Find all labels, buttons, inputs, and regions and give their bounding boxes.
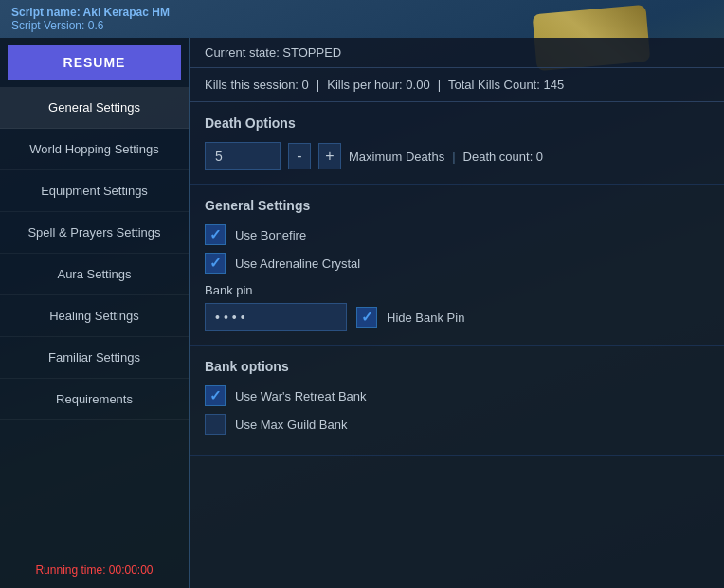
use-wars-retreat-label: Use War's Retreat Bank	[235, 389, 367, 403]
hide-pin-checkbox[interactable]	[356, 307, 377, 328]
current-state: Current state: STOPPED	[205, 45, 341, 60]
general-settings-title: General Settings	[205, 198, 709, 213]
use-wars-retreat-checkbox[interactable]	[205, 385, 226, 406]
use-adrenaline-crystal-checkbox[interactable]	[205, 253, 226, 274]
use-wars-retreat-row: Use War's Retreat Bank	[205, 385, 709, 406]
death-separator: |	[452, 150, 455, 164]
death-count-display: Death count: 0	[463, 150, 544, 164]
sidebar-item-equipment-settings[interactable]: Equipment Settings	[0, 170, 189, 212]
death-options-title: Death Options	[205, 116, 709, 131]
script-version: Script Version: 0.6	[11, 19, 170, 32]
sidebar-item-general-settings[interactable]: General Settings	[0, 87, 189, 129]
hide-pin-label: Hide Bank Pin	[387, 311, 464, 325]
stats-bar: Kills this session: 0 | Kills per hour: …	[190, 68, 724, 102]
sidebar-item-requirements[interactable]: Requirements	[0, 379, 189, 420]
use-bonefire-checkbox[interactable]	[205, 224, 226, 245]
script-name: Script name: Aki Kerapac HM	[11, 6, 170, 19]
sidebar-item-healing-settings[interactable]: Healing Settings	[0, 295, 189, 337]
content-area: Current state: STOPPED Kills this sessio…	[190, 38, 724, 588]
sidebar-item-aura-settings[interactable]: Aura Settings	[0, 254, 189, 295]
script-info: Script name: Aki Kerapac HM Script Versi…	[11, 6, 170, 32]
use-adrenaline-crystal-row: Use Adrenaline Crystal	[205, 253, 709, 274]
general-settings-section: General Settings Use Bonefire Use Adrena…	[190, 185, 724, 346]
total-kills: Total Kills Count: 145	[448, 78, 564, 92]
running-time: Running time: 00:00:00	[0, 552, 189, 588]
stats-sep2: |	[438, 78, 441, 92]
sidebar: RESUME General Settings World Hopping Se…	[0, 38, 190, 588]
max-deaths-label: Maximum Deaths	[349, 150, 444, 164]
stats-sep1: |	[317, 78, 319, 92]
increase-deaths-button[interactable]: +	[318, 143, 341, 169]
sidebar-item-familiar-settings[interactable]: Familiar Settings	[0, 337, 189, 379]
use-adrenaline-crystal-label: Use Adrenaline Crystal	[235, 257, 360, 271]
bank-pin-input[interactable]	[205, 303, 347, 331]
death-options-row: - + Maximum Deaths | Death count: 0	[205, 142, 709, 170]
use-bonefire-row: Use Bonefire	[205, 224, 709, 245]
bank-options-title: Bank options	[205, 359, 709, 374]
bank-pin-row: Hide Bank Pin	[205, 303, 709, 331]
status-bar: Current state: STOPPED	[190, 38, 724, 68]
bank-options-section: Bank options Use War's Retreat Bank Use …	[190, 346, 724, 456]
use-max-guild-row: Use Max Guild Bank	[205, 414, 709, 435]
bank-pin-section: Bank pin Hide Bank Pin	[205, 283, 709, 331]
sidebar-item-spell-prayers-settings[interactable]: Spell & Prayers Settings	[0, 212, 189, 254]
bank-pin-field-label: Bank pin	[205, 283, 709, 297]
resume-button[interactable]: RESUME	[8, 45, 181, 80]
use-max-guild-checkbox[interactable]	[205, 414, 226, 435]
kills-per-hour: Kills per hour: 0.00	[327, 78, 429, 92]
death-options-section: Death Options - + Maximum Deaths | Death…	[190, 102, 724, 185]
max-deaths-input[interactable]	[205, 142, 281, 170]
sidebar-item-world-hopping-settings[interactable]: World Hopping Settings	[0, 129, 189, 170]
decrease-deaths-button[interactable]: -	[288, 143, 311, 169]
kills-session: Kills this session: 0	[205, 78, 309, 92]
use-bonefire-label: Use Bonefire	[235, 228, 306, 242]
use-max-guild-label: Use Max Guild Bank	[235, 418, 348, 432]
